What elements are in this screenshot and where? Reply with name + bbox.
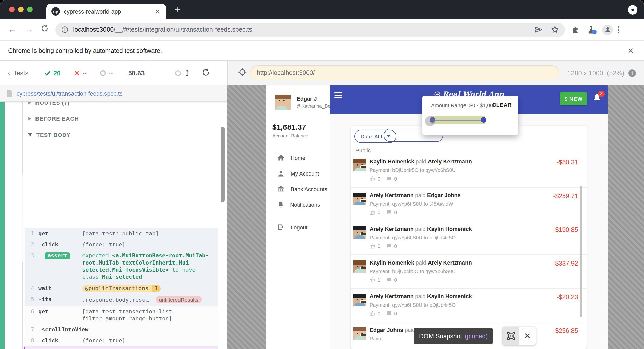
command-row[interactable]: 2 -click {force: true} <box>25 239 218 250</box>
traffic-light-minimize[interactable] <box>18 7 24 12</box>
sender-avatar <box>353 193 366 205</box>
extension-badge <box>592 29 597 34</box>
extensions-puzzle-icon[interactable] <box>571 25 580 34</box>
suite-before-each[interactable]: BEFORE EACH <box>28 116 79 122</box>
new-transaction-button[interactable]: $ NEW <box>560 92 587 105</box>
reporter-panel: ROUTES (7) BEFORE EACH TEST BODY cypress… <box>0 85 227 349</box>
slider-track <box>432 120 484 121</box>
reporter-scrollbar-thumb[interactable] <box>221 127 225 202</box>
like-icon[interactable] <box>370 311 375 316</box>
command-row[interactable]: 5 -its .response.body.resu… unfilteredRe… <box>25 294 218 306</box>
clear-filter-button[interactable]: CLEAR <box>492 102 512 108</box>
bookmark-star-icon[interactable] <box>551 26 559 34</box>
sidebar-item-notifications[interactable]: Notifications <box>266 197 330 212</box>
x-icon <box>74 70 80 76</box>
pending-ring-icon <box>100 70 106 76</box>
slider-thumb-max[interactable] <box>481 117 486 123</box>
browser-menu-button[interactable] <box>618 26 619 33</box>
transaction-row[interactable]: Arely Kertzmann paid Kaylin Homenick Pay… <box>351 221 587 255</box>
tab-close-icon[interactable]: ✕ <box>154 8 161 15</box>
sender-avatar <box>353 327 366 340</box>
scroll-toggle[interactable] <box>175 69 190 77</box>
automation-banner: Chrome is being controlled by automated … <box>0 40 644 61</box>
file-icon <box>7 90 12 97</box>
command-row-assert[interactable]: 3 - assert expected <a.MuiButtonBase-roo… <box>25 250 218 283</box>
command-row[interactable]: 8 -click {force: true} <box>25 335 218 346</box>
suite-indent-guide <box>22 102 23 349</box>
viewport-size: 1280 x 1000 (52%) <box>567 69 624 77</box>
like-icon[interactable] <box>370 277 375 283</box>
slider-thumb-min[interactable] <box>430 117 435 123</box>
banner-close-icon[interactable]: ✕ <box>628 46 634 55</box>
command-row[interactable]: 7 -scrollIntoView <box>25 324 218 335</box>
app-sidebar: Edgar J @Katharina_Bernier $1,681.37 Acc… <box>266 85 330 349</box>
transaction-row[interactable]: Arely Kertzmann paid Kaylin Homenick Pay… <box>351 289 587 322</box>
transaction-row[interactable]: Kaylin Homenick paid Arely Kertzmann Pay… <box>351 154 587 188</box>
home-icon <box>277 154 284 161</box>
profile-button[interactable] <box>602 24 613 35</box>
sidebar-item-home[interactable]: Home <box>266 150 330 165</box>
reload-button[interactable] <box>39 25 49 35</box>
transaction-row[interactable]: Kaylin Homenick paid Arely Kertzmann Pay… <box>351 255 587 289</box>
snapshot-highlight-toggle[interactable] <box>503 327 519 345</box>
sidebar-item-logout[interactable]: Logout <box>266 219 330 235</box>
tab-search-button[interactable] <box>628 5 637 15</box>
account-balance: $1,681.37 <box>272 123 308 131</box>
comment-icon[interactable] <box>386 210 391 215</box>
spec-file-link[interactable]: cypress/tests/ui/transaction-feeds.spec.… <box>17 90 123 96</box>
like-icon[interactable] <box>370 243 375 249</box>
address-bar[interactable]: localhost:3000/__/#/tests/integration/ui… <box>55 22 565 37</box>
sidebar-item-bank-accounts[interactable]: Bank Accounts <box>266 181 330 197</box>
command-row[interactable]: 1 get [data-test*=public-tab] <box>25 228 218 239</box>
command-row-wait[interactable]: 4 wait @publicTransactions1 <box>25 283 218 294</box>
traffic-light-zoom[interactable] <box>27 7 33 12</box>
receiver-avatar-badge <box>360 334 366 340</box>
aut-url-bar[interactable]: http://localhost:3000/ <box>250 65 559 80</box>
tab-title: cypress-realworld-app <box>64 8 154 14</box>
traffic-light-close[interactable] <box>9 7 15 12</box>
comment-icon[interactable] <box>386 311 391 316</box>
back-to-tests-link[interactable]: ‹ Tests <box>8 68 36 77</box>
rerun-tests-button[interactable] <box>202 68 210 78</box>
comment-icon[interactable] <box>386 243 391 249</box>
snapshot-close-button[interactable]: ✕ <box>519 327 536 345</box>
command-row[interactable]: 6 get [data-test=transaction-list- filte… <box>25 306 218 324</box>
cypress-extension-button[interactable] <box>587 25 595 34</box>
transaction-row[interactable]: Arely Kertzmann paid Edgar Johns Payment… <box>351 188 587 221</box>
aut-preview-area: Edgar J @Katharina_Bernier $1,681.37 Acc… <box>227 85 644 349</box>
viewport-info-icon[interactable]: i <box>628 69 636 77</box>
selection-box-icon <box>507 332 515 340</box>
transaction-list: Kaylin Homenick paid Arely Kertzmann Pay… <box>351 154 587 349</box>
snapshot-controls: ✕ <box>503 327 536 345</box>
page-info-icon[interactable] <box>61 26 68 33</box>
feed-scrollbar-thumb[interactable] <box>580 186 582 317</box>
sidebar-item-my-account[interactable]: My Account <box>266 165 330 181</box>
transaction-amount: -$256.85 <box>553 327 578 334</box>
date-filter-chip[interactable]: Date: ALL <box>354 130 396 143</box>
comment-icon[interactable] <box>386 277 391 283</box>
amount-range-slider[interactable] <box>431 116 485 124</box>
dom-snapshot-tooltip: DOM Snapshot(pinned) <box>414 328 493 344</box>
passed-count: 20 <box>44 69 61 77</box>
browser-tab[interactable]: cy cypress-realworld-app ✕ <box>46 4 166 19</box>
suite-test-body[interactable]: TEST BODY <box>28 132 71 138</box>
like-icon[interactable] <box>370 210 375 215</box>
notification-count-badge: 8 <box>598 91 605 97</box>
check-icon <box>44 70 51 76</box>
cypress-runner-header: ‹ Tests 20 -- -- 58.63 <box>0 61 644 85</box>
send-icon[interactable] <box>535 26 543 34</box>
receiver-avatar-badge <box>360 233 366 239</box>
assert-badge: assert <box>45 252 70 259</box>
up-down-arrow-icon <box>185 69 190 77</box>
command-row-pinned[interactable]: get [data-test*=filter-amount-range- sli… <box>25 347 218 349</box>
forward-button[interactable]: → <box>24 25 34 35</box>
receiver-avatar-badge <box>360 267 366 273</box>
back-button[interactable]: ← <box>7 25 17 35</box>
new-tab-button[interactable]: + <box>175 5 180 15</box>
selector-playground-button[interactable] <box>238 68 247 78</box>
transaction-amount: -$20.23 <box>557 294 578 301</box>
browser-toolbar: ← → localhost:3000/__/#/tests/integratio… <box>0 19 644 40</box>
like-icon[interactable] <box>370 176 375 182</box>
person-icon <box>277 170 284 177</box>
comment-icon[interactable] <box>386 176 391 182</box>
